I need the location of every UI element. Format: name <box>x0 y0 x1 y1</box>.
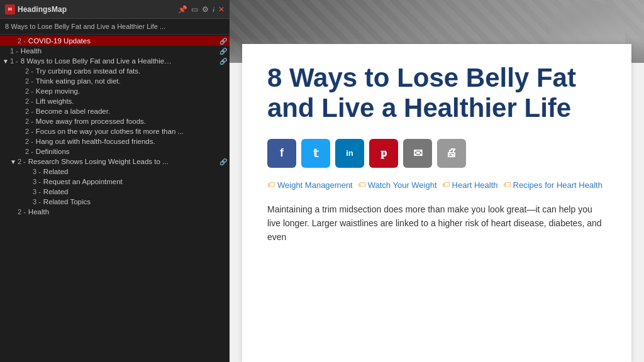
tree-item[interactable]: 3 -Request an Appointment <box>0 177 230 187</box>
tree-item[interactable]: 2 -Definitions <box>0 146 230 156</box>
tree-item-label: Hang out with health-focused friends. <box>36 138 155 145</box>
print-share-button[interactable]: 🖨 <box>437 139 466 168</box>
tree-item[interactable]: 2 -Health <box>0 207 230 217</box>
linkedin-share-button[interactable]: in <box>335 139 364 168</box>
level-badge: 2 - <box>25 118 33 125</box>
tree-item-label: Research Shows Losing Weight Leads to ..… <box>28 158 169 165</box>
article-body: Maintaining a trim midsection does more … <box>267 202 606 244</box>
level-badge: 2 - <box>25 77 33 85</box>
tag-icon-1: 🏷 <box>267 180 275 189</box>
app-title: HeadingsMap <box>18 5 67 14</box>
tree-item[interactable]: ▼2 -Research Shows Losing Weight Leads t… <box>0 156 230 167</box>
gear-icon[interactable]: ⚙ <box>202 5 209 14</box>
pin-icon[interactable]: 📌 <box>178 5 187 14</box>
main-content: 8 Ways to Lose Belly Fat and Live a Heal… <box>230 0 644 362</box>
tree-item-label: Health <box>28 208 49 216</box>
panel-icon[interactable]: ▭ <box>191 5 198 14</box>
email-share-button[interactable]: ✉ <box>403 139 432 168</box>
tree-item-label: Move away from processed foods. <box>36 118 146 125</box>
tree-item[interactable]: 1 -Health🔗 <box>0 46 230 56</box>
level-badge: 2 - <box>25 67 33 75</box>
tree-item-label: Think eating plan, not diet. <box>36 77 121 85</box>
level-badge: 2 - <box>18 208 26 216</box>
tag-heart-health[interactable]: 🏷 Heart Health <box>442 180 498 190</box>
level-badge: 3 - <box>33 198 41 206</box>
tree-item-label: Request an Appointment <box>43 178 123 185</box>
tree-item[interactable]: 2 -Focus on the way your clothes fit mor… <box>0 126 230 136</box>
level-badge: 2 - <box>25 128 33 135</box>
tag-weight-management[interactable]: 🏷 Weight Management <box>267 180 353 190</box>
link-icon[interactable]: 🔗 <box>219 38 227 45</box>
header-icons: 📌 ▭ ⚙ 𝑖 ✕ <box>178 5 225 14</box>
tree-item-label: Lift weights. <box>36 97 74 105</box>
tree-item-label: Become a label reader. <box>36 107 110 115</box>
tree-item-label: Keep moving. <box>36 87 80 95</box>
level-badge: 3 - <box>33 168 41 175</box>
link-icon[interactable]: 🔗 <box>219 48 227 55</box>
tree-item-label: Health <box>21 47 42 55</box>
sidebar-header: H HeadingsMap 📌 ▭ ⚙ 𝑖 ✕ <box>0 0 230 19</box>
tag-icon-2: 🏷 <box>358 180 365 189</box>
share-buttons: f 𝕥 in 𝐩 ✉ 🖨 <box>267 139 606 168</box>
level-badge: 2 - <box>25 97 33 105</box>
tag-recipes-heart-health[interactable]: 🏷 Recipes for Heart Health <box>503 180 602 190</box>
tree-item[interactable]: 2 -Try curbing carbs instead of fats. <box>0 66 230 76</box>
level-badge: 1 - <box>10 47 18 55</box>
article-title: 8 Ways to Lose Belly Fat and Live a Heal… <box>267 63 606 124</box>
tree-item[interactable]: ▼1 -8 Ways to Lose Belly Fat and Live a … <box>0 56 230 66</box>
page-title-bar: 8 Ways to Lose Belly Fat and Live a Heal… <box>0 19 230 35</box>
level-badge: 2 - <box>18 158 26 165</box>
level-badge: 2 - <box>25 138 33 145</box>
level-badge: 3 - <box>33 178 41 185</box>
article-body-p1: Maintaining a trim midsection does more … <box>267 202 606 244</box>
level-badge: 2 - <box>25 107 33 115</box>
sidebar: H HeadingsMap 📌 ▭ ⚙ 𝑖 ✕ 8 Ways to Lose B… <box>0 0 230 362</box>
tree-item-label: COVID-19 Updates <box>28 37 91 45</box>
tag-icon-4: 🏷 <box>503 180 511 189</box>
tree-item-label: Definitions <box>36 148 70 155</box>
tree-item[interactable]: 2 -COVID-19 Updates🔗 <box>0 36 230 46</box>
tag-icon-3: 🏷 <box>442 180 450 189</box>
level-badge: 2 - <box>25 148 33 155</box>
tags-row: 🏷 Weight Management 🏷 Watch Your Weight … <box>267 180 606 190</box>
tree-item-label: 8 Ways to Lose Belly Fat and Live a Heal… <box>21 57 172 65</box>
close-icon[interactable]: ✕ <box>218 5 225 14</box>
tree-container[interactable]: 2 -COVID-19 Updates🔗1 -Health🔗▼1 -8 Ways… <box>0 35 230 362</box>
level-badge: 2 - <box>18 37 26 45</box>
tag-watch-your-weight[interactable]: 🏷 Watch Your Weight <box>358 180 437 190</box>
tree-item[interactable]: 2 -Think eating plan, not diet. <box>0 76 230 86</box>
level-badge: 3 - <box>33 188 41 195</box>
article-card: 8 Ways to Lose Belly Fat and Live a Heal… <box>242 44 631 362</box>
tree-item-label: Related <box>43 168 69 175</box>
facebook-share-button[interactable]: f <box>267 139 296 168</box>
link-icon[interactable]: 🔗 <box>219 158 227 165</box>
tree-item-label: Related <box>43 188 69 195</box>
pinterest-share-button[interactable]: 𝐩 <box>369 139 398 168</box>
tree-item[interactable]: 2 -Hang out with health-focused friends. <box>0 136 230 146</box>
tree-item[interactable]: 3 -Related <box>0 187 230 197</box>
level-badge: 2 - <box>25 87 33 95</box>
tree-item[interactable]: 2 -Lift weights. <box>0 96 230 106</box>
info-icon[interactable]: 𝑖 <box>213 5 214 14</box>
header-left: H HeadingsMap <box>5 4 67 14</box>
tree-item[interactable]: 3 -Related Topics <box>0 197 230 207</box>
tree-item[interactable]: 3 -Related <box>0 167 230 177</box>
tree-item-label: Related Topics <box>43 198 91 206</box>
link-icon[interactable]: 🔗 <box>219 58 227 65</box>
tree-item[interactable]: 2 -Move away from processed foods. <box>0 116 230 126</box>
twitter-share-button[interactable]: 𝕥 <box>301 139 330 168</box>
tree-item-label: Focus on the way your clothes fit more t… <box>36 128 184 135</box>
expand-icon[interactable]: ▼ <box>3 58 9 65</box>
expand-icon[interactable]: ▼ <box>10 158 16 165</box>
tree-item[interactable]: 2 -Become a label reader. <box>0 106 230 116</box>
app-icon: H <box>5 4 15 14</box>
level-badge: 1 - <box>10 57 18 65</box>
tree-item[interactable]: 2 -Keep moving. <box>0 86 230 96</box>
tree-item-label: Try curbing carbs instead of fats. <box>36 67 140 75</box>
